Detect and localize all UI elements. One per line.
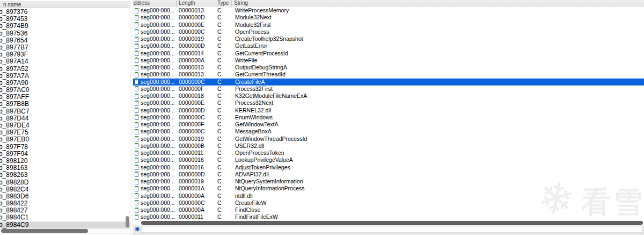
string-item-icon [135,65,138,70]
cell-address: seg000:000... [133,156,176,163]
strings-table-row[interactable]: seg000:000... 0000000E C Module32First [133,22,644,29]
function-list-item[interactable]: b_897BC7 [0,108,130,115]
cell-length: 0000000D [176,171,215,178]
cell-address: seg000:000... [133,50,176,57]
address-text: seg000:000... [141,7,175,14]
cell-address: seg000:000... [133,200,176,206]
strings-table-row[interactable]: seg000:000... 00000011 C OpenProcessToke… [133,149,644,156]
cell-length: 0000000C [176,79,215,86]
address-text: seg000:000... [141,136,175,143]
cell-address: seg000:000... [133,185,176,192]
string-item-icon [135,158,138,163]
strings-table-row[interactable]: seg000:000... 00000013 C WriteProcessMem… [133,7,644,14]
strings-table-row[interactable]: seg000:000... 0000000C C CreateFileW [133,200,644,206]
column-header-address[interactable]: ddress [133,0,176,6]
function-list-item[interactable]: b_897536 [0,30,130,37]
strings-table-row[interactable]: seg000:000... 00000016 C AdjustTokenPriv… [133,164,644,171]
strings-table-row[interactable]: seg000:000... 00000018 C K32GetModuleFil… [133,92,644,99]
cell-string: WriteProcessMemory [231,7,644,14]
cell-string: MessageBoxA [231,128,644,135]
address-text: seg000:000... [141,156,175,163]
strings-table-row[interactable]: seg000:000... 0000000C C OpenProcess [133,29,644,35]
strings-table-row[interactable]: seg000:000... 0000000A C ntdll.dll [133,193,644,200]
cell-address: seg000:000... [133,86,176,92]
string-item-icon [135,165,138,170]
address-text: seg000:000... [141,200,175,206]
string-item-icon [135,51,138,56]
function-list-item[interactable]: b_897A52 [0,66,130,73]
address-text: seg000:000... [141,64,175,71]
strings-table-row[interactable]: seg000:000... 0000000D C KERNEL32.dll [133,107,644,114]
strings-table-row[interactable]: seg000:000... 0000001A C NtQueryInformat… [133,185,644,192]
strings-horizontal-scrollbar[interactable] [133,220,644,225]
string-item-icon [135,172,138,177]
column-header-length[interactable]: Length [176,0,215,6]
strings-table-row[interactable]: seg000:000... 0000000A C FindClose [133,206,644,213]
cell-length: 0000000C [176,128,215,135]
strings-table-row[interactable]: seg000:000... 0000000C C EnumWindows [133,114,644,121]
column-header-string[interactable]: String [231,0,644,6]
cell-string: AdjustTokenPrivileges [231,164,644,171]
function-list-item[interactable]: b_897B8B [0,101,130,108]
strings-table-row[interactable]: seg000:000... 0000000A C WriteFile [133,57,644,64]
strings-table-row[interactable]: seg000:000... 0000000B C USER32.dll [133,143,644,149]
function-list-item[interactable]: b_8984C1 [0,214,130,221]
strings-table-row[interactable]: seg000:000... 0000000D C Module32Next [133,14,644,21]
string-item-icon [135,200,138,205]
string-item-icon [135,186,138,191]
strings-table-row[interactable]: seg000:000... 00000014 C GetCurrentProce… [133,50,644,57]
cell-length: 0000000D [176,42,215,49]
function-list-item[interactable]: b_8982C4 [0,186,130,193]
strings-table-row[interactable]: seg000:000... 00000019 C NtQuerySystemIn… [133,178,644,185]
function-list-item[interactable]: b_897EB0 [0,136,130,143]
functions-vertical-scrollbar-thumb[interactable] [126,216,129,227]
strings-table-row[interactable]: seg000:000... 0000000C C MessageBoxA [133,128,644,135]
strings-table-row[interactable]: seg000:000... 00000016 C LookupPrivilege… [133,156,644,163]
function-list-item[interactable]: b_8984C9 [0,222,130,229]
string-item-icon [135,143,138,148]
functions-horizontal-scrollbar-thumb[interactable] [1,229,88,233]
strings-table-row[interactable]: seg000:000... 00000013 C OutputDebugStri… [133,64,644,71]
cell-address: seg000:000... [133,99,176,106]
cell-string: GetCurrentProcessId [231,50,644,57]
cell-type: C [215,22,231,29]
column-header-type[interactable]: Type [215,0,231,6]
quick-filter-input[interactable] [141,226,643,233]
cell-address: seg000:000... [133,128,176,135]
cell-string: Process32Next [231,99,644,106]
strings-table-row[interactable]: seg000:000... 0000000D C GetLastError [133,42,644,49]
cell-length: 0000000D [176,107,215,114]
address-text: seg000:000... [141,114,175,121]
strings-table-row[interactable]: seg000:000... 0000000F C Process32First [133,86,644,92]
strings-horizontal-scrollbar-thumb[interactable] [141,221,643,225]
strings-table-row[interactable]: seg000:000... 00000019 C CreateToolhelp3… [133,35,644,42]
cell-type: C [215,193,231,200]
function-list-item[interactable]: b_897F94 [0,151,130,158]
cell-string: OpenProcessToken [231,149,644,156]
string-item-icon [135,193,138,198]
strings-table-row[interactable]: seg000:000... 0000000F C GetWindowTextA [133,121,644,128]
function-list-item[interactable]: b_8974B9 [0,23,130,30]
address-text: seg000:000... [141,164,175,171]
function-list-item[interactable]: b_89828D [0,179,130,186]
cell-length: 00000013 [176,7,215,14]
function-list-item[interactable]: b_897A7A [0,73,130,80]
strings-table-row[interactable]: seg000:000... 0000000D C ADVAPI32.dll [133,171,644,178]
function-list-item[interactable]: b_897A14 [0,58,130,65]
strings-table-header: ddress Length Type String [133,0,644,6]
cell-length: 0000000A [176,57,215,64]
cell-address: seg000:000... [133,29,176,35]
strings-table-row[interactable]: seg000:000... 00000011 C FindFirstFileEx… [133,213,644,220]
strings-table-row[interactable]: seg000:000... 0000000C C CreateFileA [133,79,644,86]
cell-string: LookupPrivilegeValueA [231,156,644,163]
string-item-icon [135,86,138,91]
functions-column-header[interactable]: n name [0,1,130,8]
cell-address: seg000:000... [133,206,176,213]
function-list-item[interactable]: b_897654 [0,37,130,44]
strings-table-row[interactable]: seg000:000... 00000019 C GetWindowThread… [133,136,644,143]
strings-table-row[interactable]: seg000:000... 0000000E C Process32Next [133,99,644,106]
function-list-item[interactable]: b_898263 [0,172,130,179]
cell-string: GetLastError [231,42,644,49]
strings-table-row[interactable]: seg000:000... 00000013 C GetCurrentThrea… [133,71,644,78]
function-list-item[interactable]: b_897F78 [0,144,130,151]
